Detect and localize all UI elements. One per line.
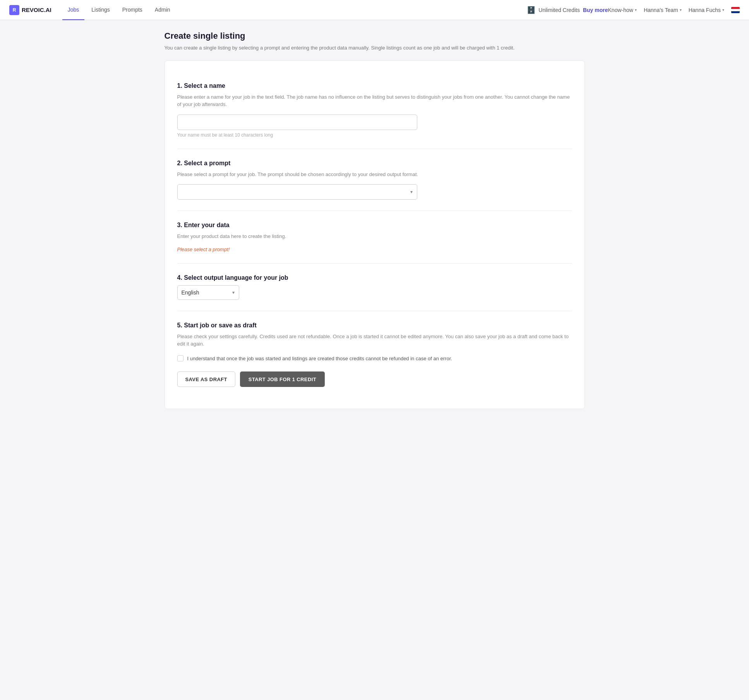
buy-more-link[interactable]: Buy more bbox=[583, 7, 608, 13]
form-card: 1. Select a name Please enter a name for… bbox=[165, 60, 585, 409]
language-flag-icon[interactable] bbox=[731, 7, 740, 13]
data-error-text: Please select a prompt! bbox=[177, 246, 572, 252]
understand-label[interactable]: I understand that once the job was start… bbox=[187, 355, 452, 363]
section-prompt-desc: Please select a prompt for your job. The… bbox=[177, 171, 572, 178]
section-language-title: 4. Select output language for your job bbox=[177, 274, 572, 281]
user-menu[interactable]: Hanna Fuchs ▾ bbox=[689, 7, 724, 13]
section-prompt: 2. Select a prompt Please select a promp… bbox=[177, 149, 572, 211]
job-name-input[interactable] bbox=[177, 115, 417, 130]
section-data: 3. Enter your data Enter your product da… bbox=[177, 211, 572, 264]
main-content: Create single listing You can create a s… bbox=[152, 20, 597, 420]
brand-icon: R bbox=[9, 5, 19, 15]
language-select[interactable]: English German French Spanish Italian bbox=[177, 285, 239, 300]
understand-checkbox-row: I understand that once the job was start… bbox=[177, 355, 572, 363]
save-draft-button[interactable]: SAVE AS DRAFT bbox=[177, 371, 235, 387]
brand-logo[interactable]: R REVOIC.AI bbox=[9, 5, 51, 15]
section-prompt-title: 2. Select a prompt bbox=[177, 160, 572, 167]
section-start-desc: Please check your settings carefully. Cr… bbox=[177, 333, 572, 348]
section-language: 4. Select output language for your job E… bbox=[177, 264, 572, 311]
nav-admin[interactable]: Admin bbox=[149, 0, 176, 20]
page-subtitle: You can create a single listing by selec… bbox=[165, 44, 585, 52]
understand-checkbox[interactable] bbox=[177, 355, 183, 361]
page-title: Create single listing bbox=[165, 31, 585, 41]
know-how-label: Know-how bbox=[608, 7, 633, 13]
section-start-title: 5. Start job or save as draft bbox=[177, 322, 572, 329]
nav-jobs[interactable]: Jobs bbox=[62, 0, 85, 20]
know-how-chevron-icon: ▾ bbox=[635, 8, 637, 12]
credits-text: Unlimited Credits bbox=[538, 7, 580, 13]
navbar: R REVOIC.AI Jobs Listings Prompts Admin … bbox=[0, 0, 749, 20]
navbar-right: Know-how ▾ Hanna's Team ▾ Hanna Fuchs ▾ bbox=[608, 7, 740, 13]
team-menu[interactable]: Hanna's Team ▾ bbox=[644, 7, 682, 13]
section-name-desc: Please enter a name for your job in the … bbox=[177, 93, 572, 108]
section-name-title: 1. Select a name bbox=[177, 82, 572, 89]
action-buttons: SAVE AS DRAFT START JOB FOR 1 CREDIT bbox=[177, 371, 572, 387]
nav-links: Jobs Listings Prompts Admin bbox=[62, 0, 527, 20]
team-label: Hanna's Team bbox=[644, 7, 678, 13]
section-start: 5. Start job or save as draft Please che… bbox=[177, 311, 572, 398]
section-data-title: 3. Enter your data bbox=[177, 222, 572, 229]
prompt-select-wrapper: ▾ bbox=[177, 184, 417, 200]
section-name: 1. Select a name Please enter a name for… bbox=[177, 72, 572, 149]
start-job-button[interactable]: START JOB FOR 1 CREDIT bbox=[240, 371, 325, 387]
brand-name: REVOIC.AI bbox=[22, 7, 51, 13]
language-select-wrapper: English German French Spanish Italian ▾ bbox=[177, 285, 239, 300]
prompt-select[interactable] bbox=[177, 184, 417, 200]
user-label: Hanna Fuchs bbox=[689, 7, 721, 13]
nav-prompts[interactable]: Prompts bbox=[117, 0, 148, 20]
team-chevron-icon: ▾ bbox=[680, 8, 682, 12]
nav-listings[interactable]: Listings bbox=[86, 0, 115, 20]
name-hint: Your name must be at least 10 characters… bbox=[177, 132, 572, 138]
section-data-desc: Enter your product data here to create t… bbox=[177, 233, 572, 240]
user-chevron-icon: ▾ bbox=[722, 8, 724, 12]
know-how-menu[interactable]: Know-how ▾ bbox=[608, 7, 637, 13]
credits-section: 🗄️ Unlimited Credits Buy more bbox=[527, 6, 608, 14]
credits-stack-icon: 🗄️ bbox=[527, 6, 535, 14]
